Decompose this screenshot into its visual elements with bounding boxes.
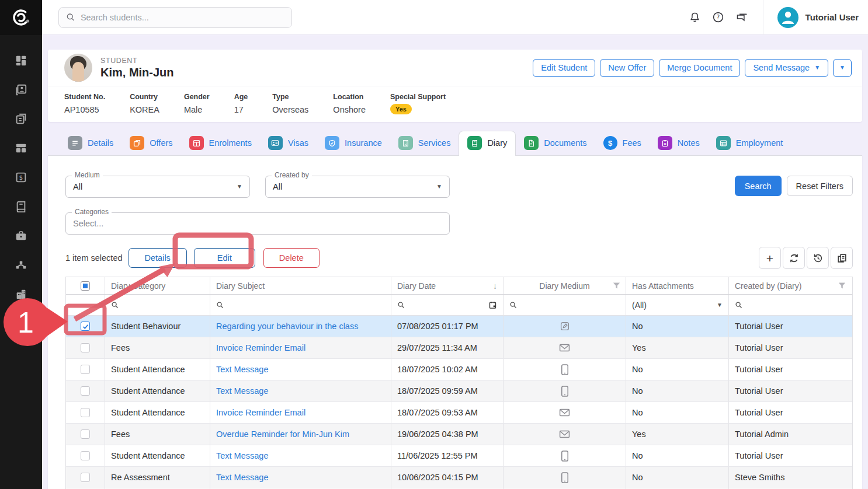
created-by-filter-cell[interactable] <box>729 295 852 315</box>
table-row[interactable]: Student Attendance Text Message 11/06/20… <box>66 445 852 467</box>
tab-enrolments[interactable]: Enrolments <box>181 131 260 156</box>
search-icon <box>216 301 224 309</box>
help-button[interactable]: ? <box>707 6 730 29</box>
filter-funnel-icon[interactable] <box>612 281 621 290</box>
refresh-button[interactable] <box>783 247 805 269</box>
column-header-diary-subject[interactable]: Diary Subject <box>210 277 391 294</box>
medium-select[interactable]: Medium All ▼ <box>65 176 250 198</box>
table-row[interactable]: Student Behaviour Regarding your behavio… <box>66 316 852 337</box>
chevron-down-icon: ▼ <box>839 65 845 71</box>
row-checkbox[interactable] <box>81 451 90 460</box>
table-row[interactable]: Student Attendance Text Message 18/07/20… <box>66 359 852 380</box>
sidebar-item-agents[interactable] <box>8 254 34 275</box>
medium-filter-cell[interactable] <box>504 295 626 315</box>
history-button[interactable] <box>807 247 829 269</box>
sidebar-item-students[interactable] <box>8 79 34 100</box>
notifications-button[interactable] <box>683 6 707 29</box>
new-offer-button[interactable]: New Offer <box>600 59 654 77</box>
sidebar-item-courses[interactable] <box>8 138 34 159</box>
diary-subject-link[interactable]: Text Message <box>216 386 268 396</box>
more-actions-button[interactable]: ▼ <box>833 59 852 77</box>
diary-subject-link[interactable]: Overdue Reminder for Min-Jun Kim <box>216 429 349 439</box>
column-header-diary-medium[interactable]: Diary Medium <box>504 277 626 294</box>
delete-button[interactable]: Delete <box>263 248 320 268</box>
diary-subject-link[interactable]: Text Message <box>216 451 268 460</box>
row-checkbox[interactable] <box>81 386 90 396</box>
diary-subject-link[interactable]: Invoice Reminder Email <box>216 408 305 417</box>
special-support-badge: Yes <box>390 104 412 114</box>
chevron-down-icon: ▼ <box>717 302 723 308</box>
user-profile[interactable]: Tutorial User <box>763 0 859 35</box>
insurance-icon <box>325 136 339 150</box>
diary-subject-link[interactable]: Text Message <box>216 365 268 374</box>
row-checkbox[interactable] <box>81 343 90 352</box>
search-input[interactable] <box>81 13 284 22</box>
sidebar: $ <box>0 0 42 489</box>
notes-icon <box>658 136 672 150</box>
table-row[interactable]: Fees Overdue Reminder for Min-Jun Kim 19… <box>66 424 852 445</box>
sidebar-item-fees[interactable]: $ <box>8 167 34 188</box>
diary-subject-link[interactable]: Regarding your behaviour in the class <box>216 322 358 331</box>
filter-funnel-icon[interactable] <box>838 281 846 290</box>
table-row[interactable]: Re Assessment Text Message 10/06/2025 04… <box>66 467 852 488</box>
reset-filters-button[interactable]: Reset Filters <box>787 176 853 196</box>
sidebar-item-dashboard[interactable] <box>8 50 34 71</box>
search-icon <box>735 301 743 309</box>
table-row[interactable]: Student Attendance Text Message 18/07/20… <box>66 380 852 402</box>
tab-employment[interactable]: Employment <box>708 131 791 156</box>
table-row[interactable]: Student Attendance Invoice Reminder Emai… <box>66 402 852 424</box>
visas-icon <box>268 136 283 150</box>
sidebar-item-subjects[interactable] <box>8 196 34 217</box>
column-header-diary-date[interactable]: Diary Date↓ <box>391 277 504 294</box>
edit-button[interactable]: Edit <box>194 248 255 268</box>
chat-icon <box>735 11 748 23</box>
sidebar-item-offers[interactable] <box>8 109 34 130</box>
row-checkbox[interactable] <box>81 408 90 417</box>
row-checkbox[interactable] <box>81 473 90 482</box>
email-icon <box>559 429 570 439</box>
add-diary-button[interactable]: + <box>759 247 781 269</box>
tab-documents[interactable]: Documents <box>516 131 595 156</box>
tab-fees[interactable]: $ Fees <box>595 131 650 156</box>
row-checkbox[interactable] <box>81 429 90 439</box>
select-all-checkbox[interactable] <box>81 281 90 291</box>
user-avatar <box>777 7 798 28</box>
tab-notes[interactable]: Notes <box>650 131 708 156</box>
export-button[interactable] <box>831 247 853 269</box>
tab-visas[interactable]: Visas <box>260 131 317 156</box>
tab-diary[interactable]: Diary <box>459 131 516 156</box>
tab-details[interactable]: Details <box>60 131 121 156</box>
details-button[interactable]: Details <box>129 248 187 268</box>
send-message-button[interactable]: Send Message▼ <box>745 59 828 77</box>
attachments-filter-select[interactable]: (All) ▼ <box>626 295 729 315</box>
row-checkbox[interactable] <box>81 365 90 374</box>
row-checkbox-checked[interactable] <box>81 322 90 331</box>
table-row[interactable]: Fees Invoice Reminder Email 29/07/2025 1… <box>66 337 852 359</box>
sidebar-item-employers[interactable] <box>8 225 34 246</box>
subject-filter-cell[interactable] <box>210 295 391 315</box>
sms-phone-icon <box>561 364 569 375</box>
tab-services[interactable]: Services <box>390 131 459 156</box>
created-by-select[interactable]: Created by All ▼ <box>265 176 450 198</box>
category-filter-cell[interactable] <box>105 295 210 315</box>
brand-swirl-icon <box>11 8 31 27</box>
sidebar-item-campus[interactable] <box>8 284 34 305</box>
messages-button[interactable] <box>730 6 754 29</box>
search-icon <box>111 301 119 309</box>
merge-document-button[interactable]: Merge Document <box>659 59 740 77</box>
date-filter-cell[interactable] <box>391 295 504 315</box>
column-header-created-by[interactable]: Created by (Diary) <box>729 277 852 294</box>
tab-insurance[interactable]: Insurance <box>317 131 390 156</box>
diary-subject-link[interactable]: Text Message <box>216 473 268 482</box>
tab-offers[interactable]: Offers <box>121 131 180 156</box>
column-header-diary-category[interactable]: Diary Category <box>105 277 210 294</box>
categories-placeholder: Select... <box>73 219 103 228</box>
search-button[interactable]: Search <box>735 176 782 196</box>
diary-subject-link[interactable]: Invoice Reminder Email <box>216 343 305 352</box>
edit-student-button[interactable]: Edit Student <box>533 59 595 77</box>
app-logo[interactable] <box>0 0 42 35</box>
categories-select[interactable]: Categories Select... <box>65 212 450 235</box>
calendar-icon[interactable] <box>488 301 497 309</box>
column-header-has-attachments[interactable]: Has Attachments <box>626 277 729 294</box>
student-card-icon <box>15 83 27 96</box>
